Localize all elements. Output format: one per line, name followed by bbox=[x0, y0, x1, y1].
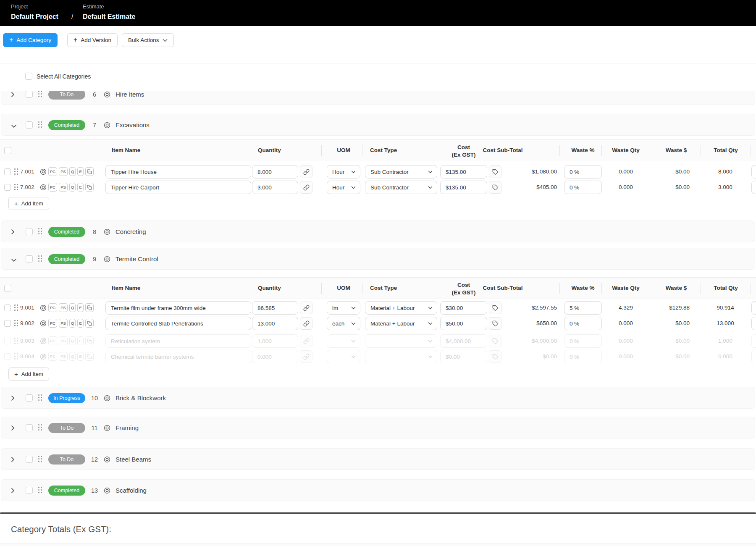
tag-icon[interactable] bbox=[489, 181, 501, 194]
status-badge[interactable]: To Do bbox=[48, 423, 85, 433]
cost-type-select[interactable]: Material + Labour bbox=[365, 317, 437, 330]
eye-icon[interactable] bbox=[103, 394, 111, 404]
drag-handle-icon[interactable] bbox=[38, 91, 42, 97]
status-badge[interactable]: Completed bbox=[48, 486, 85, 496]
breadcrumb-project-value[interactable]: Default Project bbox=[11, 13, 58, 21]
uom-select[interactable]: each bbox=[327, 317, 360, 330]
quantity-input[interactable] bbox=[252, 317, 298, 330]
quantity-input[interactable] bbox=[252, 301, 298, 315]
status-badge[interactable]: In Progress bbox=[48, 393, 85, 403]
select-all-items-checkbox[interactable] bbox=[4, 147, 11, 154]
item-name-input[interactable] bbox=[105, 334, 251, 348]
item-action-q-button[interactable]: Q bbox=[69, 167, 76, 176]
cost-type-select[interactable] bbox=[365, 350, 437, 363]
item-action-q-button[interactable]: Q bbox=[69, 183, 76, 192]
drag-handle-icon[interactable] bbox=[14, 168, 18, 175]
drag-handle-icon[interactable] bbox=[38, 424, 42, 430]
link-icon[interactable] bbox=[300, 165, 312, 178]
add-item-button[interactable]: + Add Item bbox=[8, 197, 49, 210]
category-checkbox[interactable] bbox=[26, 424, 33, 431]
drag-handle-icon[interactable] bbox=[14, 184, 18, 190]
link-icon[interactable] bbox=[300, 302, 312, 314]
status-badge[interactable]: Completed bbox=[48, 227, 85, 237]
chevron-down-icon[interactable] bbox=[11, 256, 17, 264]
quantity-input[interactable] bbox=[252, 350, 298, 363]
item-action-e-button[interactable]: E bbox=[77, 336, 84, 345]
eye-icon[interactable] bbox=[103, 487, 111, 496]
copy-icon[interactable] bbox=[85, 167, 94, 176]
copy-icon[interactable] bbox=[85, 336, 94, 345]
category-checkbox[interactable] bbox=[26, 228, 33, 235]
status-badge[interactable]: To Do bbox=[48, 91, 85, 100]
uom-select[interactable]: Hour bbox=[327, 181, 360, 194]
drag-handle-icon[interactable] bbox=[14, 304, 18, 311]
item-action-pc-button[interactable]: PC bbox=[48, 183, 57, 192]
select-all-items-checkbox[interactable] bbox=[4, 285, 11, 292]
category-name[interactable]: Termite Control bbox=[116, 248, 158, 270]
uom-select[interactable]: Hour bbox=[327, 165, 360, 178]
link-icon[interactable] bbox=[300, 335, 312, 347]
item-name-input[interactable] bbox=[105, 317, 251, 330]
next-column-input-clipped[interactable] bbox=[751, 317, 756, 330]
item-name-input[interactable] bbox=[105, 181, 251, 194]
cost-input[interactable] bbox=[440, 317, 487, 330]
item-action-pc-button[interactable]: PC bbox=[48, 336, 57, 345]
uom-select[interactable] bbox=[327, 334, 360, 348]
next-column-input-clipped[interactable] bbox=[751, 350, 756, 363]
waste-pct-input[interactable] bbox=[564, 334, 602, 348]
item-action-q-button[interactable]: Q bbox=[69, 336, 76, 345]
item-action-pc-button[interactable]: PC bbox=[48, 303, 57, 312]
eye-icon[interactable] bbox=[39, 320, 47, 329]
eye-icon[interactable] bbox=[103, 91, 111, 100]
cost-input[interactable] bbox=[440, 165, 487, 178]
chevron-right-icon[interactable] bbox=[11, 92, 15, 99]
drag-handle-icon[interactable] bbox=[14, 320, 18, 326]
quantity-input[interactable] bbox=[252, 165, 298, 178]
item-action-ps-button[interactable]: PS bbox=[59, 336, 68, 345]
cost-type-select[interactable]: Sub Contractor bbox=[365, 165, 437, 178]
item-checkbox[interactable] bbox=[4, 338, 11, 344]
item-action-ps-button[interactable]: PS bbox=[59, 167, 68, 176]
eye-icon[interactable] bbox=[39, 184, 47, 193]
tag-icon[interactable] bbox=[489, 350, 501, 363]
chevron-right-icon[interactable] bbox=[11, 229, 15, 236]
drag-handle-icon[interactable] bbox=[38, 487, 42, 493]
select-all-checkbox[interactable] bbox=[25, 73, 32, 80]
category-name[interactable]: Brick & Blockwork bbox=[116, 387, 166, 409]
item-name-input[interactable] bbox=[105, 165, 251, 178]
drag-handle-icon[interactable] bbox=[14, 338, 18, 344]
item-action-q-button[interactable]: Q bbox=[69, 319, 76, 328]
waste-pct-input[interactable] bbox=[564, 181, 602, 194]
category-name[interactable]: Excavations bbox=[116, 114, 150, 136]
link-icon[interactable] bbox=[300, 317, 312, 330]
drag-handle-icon[interactable] bbox=[38, 121, 42, 128]
quantity-input[interactable] bbox=[252, 181, 298, 194]
link-icon[interactable] bbox=[300, 350, 312, 363]
eye-icon[interactable] bbox=[39, 304, 47, 313]
item-action-q-button[interactable]: Q bbox=[69, 303, 76, 312]
drag-handle-icon[interactable] bbox=[38, 456, 42, 462]
chevron-right-icon[interactable] bbox=[11, 488, 15, 495]
item-name-input[interactable] bbox=[105, 350, 251, 363]
eye-icon[interactable] bbox=[103, 255, 111, 265]
item-checkbox[interactable] bbox=[4, 320, 11, 327]
item-action-pc-button[interactable]: PC bbox=[48, 167, 57, 176]
chevron-right-icon[interactable] bbox=[11, 425, 15, 433]
copy-icon[interactable] bbox=[85, 303, 94, 312]
next-column-input-clipped[interactable] bbox=[751, 165, 756, 178]
item-action-e-button[interactable]: E bbox=[77, 183, 84, 192]
add-item-button[interactable]: + Add Item bbox=[8, 368, 49, 381]
uom-select[interactable]: lm bbox=[327, 301, 360, 315]
drag-handle-icon[interactable] bbox=[38, 228, 42, 234]
status-badge[interactable]: To Do bbox=[48, 454, 85, 465]
category-checkbox[interactable] bbox=[26, 394, 33, 402]
item-action-e-button[interactable]: E bbox=[77, 352, 84, 361]
item-checkbox[interactable] bbox=[4, 184, 11, 191]
cost-input[interactable] bbox=[440, 350, 487, 363]
drag-handle-icon[interactable] bbox=[14, 353, 18, 360]
item-action-ps-button[interactable]: PS bbox=[59, 303, 68, 312]
uom-select[interactable] bbox=[327, 350, 360, 363]
eye-icon[interactable] bbox=[39, 168, 47, 177]
drag-handle-icon[interactable] bbox=[38, 255, 42, 262]
category-checkbox[interactable] bbox=[26, 255, 33, 262]
